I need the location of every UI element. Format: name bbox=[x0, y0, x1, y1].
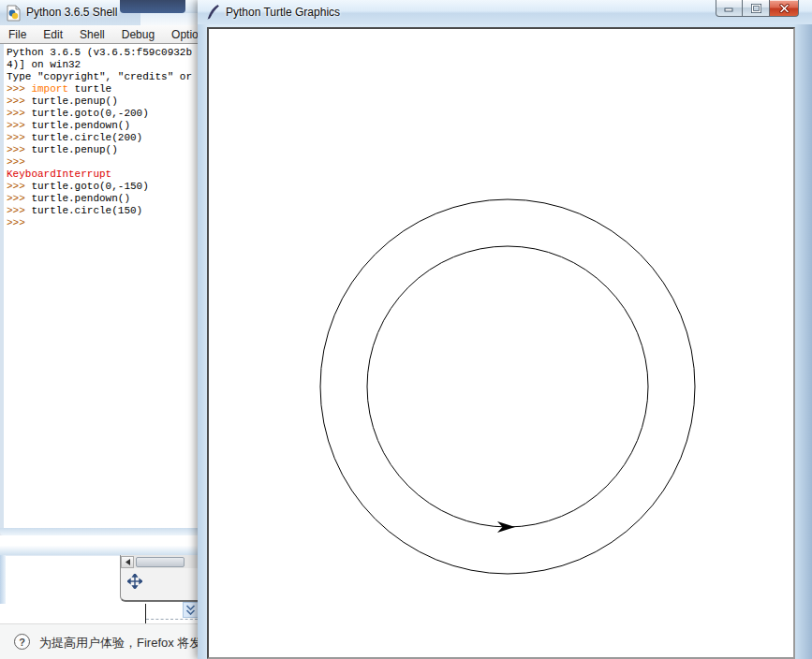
tk-feather-icon bbox=[206, 5, 220, 20]
turtle-window-title: Python Turtle Graphics bbox=[226, 6, 340, 19]
menu-edit[interactable]: Edit bbox=[35, 26, 71, 43]
turtle-titlebar[interactable]: Python Turtle Graphics bbox=[198, 0, 812, 24]
minimize-icon bbox=[724, 4, 734, 12]
idle-menubar: FileEditShellDebugOptions bbox=[0, 25, 215, 44]
console-line: 4)] on win32 bbox=[7, 59, 215, 71]
maximize-icon bbox=[751, 4, 761, 13]
outer-circle bbox=[320, 199, 695, 574]
turtle-drawing bbox=[209, 29, 793, 659]
move-cursor-icon bbox=[127, 574, 142, 589]
console-line: >>> turtle.pendown() bbox=[7, 193, 215, 205]
python-file-icon bbox=[5, 5, 22, 22]
console-line: KeyboardInterrupt bbox=[7, 168, 215, 181]
console-line: >>> turtle.goto(0,-150) bbox=[7, 181, 215, 193]
close-icon bbox=[779, 4, 790, 13]
floating-panel bbox=[120, 555, 198, 602]
arrow-left-icon bbox=[125, 559, 131, 565]
dashed-separator bbox=[146, 619, 198, 620]
menu-shell[interactable]: Shell bbox=[71, 26, 113, 43]
shell-text-area[interactable]: Python 3.6.5 (v3.6.5:f59c0932b4)] on win… bbox=[0, 44, 215, 528]
console-line: >>> turtle.goto(0,-200) bbox=[7, 108, 215, 120]
console-line: >>> bbox=[7, 217, 215, 229]
background-window-glimpse bbox=[120, 0, 185, 13]
background-browser-window: ? 为提高用户体验，Firefox 将发送 bbox=[0, 535, 198, 659]
idle-shell-window: Python 3.6.5 Shell FileEditShellDebugOpt… bbox=[0, 0, 215, 535]
expand-button[interactable] bbox=[183, 602, 199, 618]
window-controls bbox=[716, 0, 799, 17]
maximize-button[interactable] bbox=[743, 0, 770, 17]
content-divider-line bbox=[145, 604, 146, 624]
console-line: >>> bbox=[7, 156, 215, 168]
console-line: Python 3.6.5 (v3.6.5:f59c0932b bbox=[7, 47, 215, 59]
console-line: >>> turtle.pendown() bbox=[7, 120, 215, 132]
horizontal-scrollbar[interactable] bbox=[121, 555, 198, 568]
turtle-canvas bbox=[207, 27, 795, 659]
console-line: >>> turtle.penup() bbox=[7, 95, 215, 108]
inner-circle bbox=[367, 246, 648, 527]
console-lines: Python 3.6.5 (v3.6.5:f59c0932b4)] on win… bbox=[7, 47, 215, 229]
menu-file[interactable]: File bbox=[0, 26, 35, 43]
close-button[interactable] bbox=[770, 0, 799, 17]
console-line: Type "copyright", "credits" or bbox=[7, 71, 215, 83]
notification-bar: ? 为提高用户体验，Firefox 将发送 bbox=[0, 623, 198, 659]
idle-window-title: Python 3.6.5 Shell bbox=[26, 6, 117, 19]
background-window-left-edge bbox=[0, 555, 6, 604]
turtle-graphics-window: Python Turtle Graphics bbox=[198, 0, 812, 659]
help-icon: ? bbox=[14, 634, 30, 650]
idle-titlebar[interactable]: Python 3.6.5 Shell bbox=[0, 0, 215, 26]
notification-text: 为提高用户体验，Firefox 将发送 bbox=[39, 635, 214, 652]
console-line: >>> import turtle bbox=[7, 83, 215, 95]
scrollbar-thumb[interactable] bbox=[136, 557, 185, 567]
idle-window-bottom-border bbox=[0, 528, 215, 535]
console-line: >>> turtle.circle(150) bbox=[7, 205, 215, 217]
console-line: >>> turtle.penup() bbox=[7, 144, 215, 156]
double-chevron-down-icon bbox=[185, 605, 196, 616]
console-line: >>> turtle.circle(200) bbox=[7, 132, 215, 144]
scroll-left-button[interactable] bbox=[121, 556, 134, 568]
menu-debug[interactable]: Debug bbox=[113, 26, 163, 43]
minimize-button[interactable] bbox=[716, 0, 743, 17]
